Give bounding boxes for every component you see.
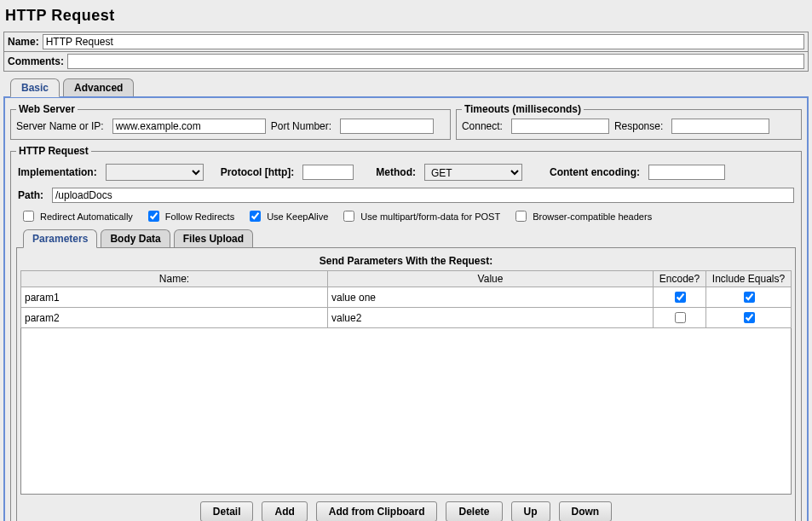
cell-encode[interactable] (654, 287, 706, 308)
check-follow-redirects[interactable]: Follow Redirects (145, 208, 234, 224)
col-equals: Include Equals? (706, 271, 792, 287)
check-keepalive-label: Use KeepAlive (267, 211, 328, 222)
timeouts-fieldset: Timeouts (milliseconds) Connect: Respons… (456, 103, 802, 140)
subtabstrip: Parameters Body Data Files Upload (16, 229, 796, 247)
name-label: Name: (8, 36, 39, 48)
check-multipart-box[interactable] (343, 211, 354, 222)
check-redirect-auto[interactable]: Redirect Automatically (20, 208, 133, 224)
col-value: Value (328, 271, 654, 287)
table-row[interactable]: param1 value one (21, 287, 792, 308)
check-follow-redirects-label: Follow Redirects (165, 211, 234, 222)
check-follow-redirects-box[interactable] (148, 211, 159, 222)
check-multipart-label: Use multipart/form-data for POST (360, 211, 500, 222)
name-row: Name: (3, 32, 809, 52)
server-name-input[interactable] (112, 119, 266, 134)
row-encode-box[interactable] (675, 292, 686, 303)
cell-value[interactable]: value one (328, 287, 654, 308)
params-caption: Send Parameters With the Request: (20, 252, 792, 270)
timeouts-legend: Timeouts (milliseconds) (462, 103, 584, 115)
name-input[interactable] (43, 34, 804, 49)
tab-basic[interactable]: Basic (10, 78, 60, 97)
add-button[interactable]: Add (262, 501, 307, 521)
delete-button[interactable]: Delete (446, 501, 502, 521)
page-title: HTTP Request (3, 3, 809, 32)
row-encode-box[interactable] (675, 312, 686, 323)
cell-value[interactable]: value2 (328, 308, 654, 328)
webserver-fieldset: Web Server Server Name or IP: Port Numbe… (10, 103, 451, 140)
path-input[interactable] (52, 188, 794, 203)
protocol-label: Protocol [http]: (221, 166, 295, 178)
check-browser-headers-label: Browser-compatible headers (533, 211, 652, 222)
cell-equals[interactable] (706, 287, 792, 308)
params-table[interactable]: Name: Value Encode? Include Equals? para… (20, 270, 792, 328)
params-panel: Send Parameters With the Request: Name: … (16, 247, 796, 521)
encoding-label: Content encoding: (550, 166, 640, 178)
add-from-clipboard-button[interactable]: Add from Clipboard (316, 501, 438, 521)
check-keepalive-box[interactable] (250, 211, 261, 222)
impl-label: Implementation: (18, 166, 97, 178)
tabcontent-basic: Web Server Server Name or IP: Port Numbe… (3, 96, 809, 521)
path-label: Path: (18, 189, 43, 201)
subtab-parameters[interactable]: Parameters (23, 229, 97, 248)
http-fieldset: HTTP Request Implementation: Protocol [h… (10, 145, 802, 521)
col-name: Name: (21, 271, 328, 287)
protocol-input[interactable] (302, 165, 354, 180)
timeout-response-input[interactable] (671, 119, 769, 134)
encoding-input[interactable] (648, 165, 725, 180)
check-redirect-auto-box[interactable] (23, 211, 34, 222)
check-browser-headers[interactable]: Browser-compatible headers (512, 208, 652, 224)
cell-name[interactable]: param1 (21, 287, 328, 308)
tab-advanced[interactable]: Advanced (63, 78, 134, 96)
method-label: Method: (376, 166, 416, 178)
table-row[interactable]: param2 value2 (21, 308, 792, 328)
check-redirect-auto-label: Redirect Automatically (40, 211, 133, 222)
http-legend: HTTP Request (16, 145, 91, 157)
check-multipart[interactable]: Use multipart/form-data for POST (340, 208, 500, 224)
up-button[interactable]: Up (511, 501, 550, 521)
detail-button[interactable]: Detail (200, 501, 254, 521)
comments-label: Comments: (8, 55, 64, 67)
down-button[interactable]: Down (559, 501, 613, 521)
comments-input[interactable] (67, 54, 804, 69)
webserver-legend: Web Server (16, 103, 78, 115)
comments-row: Comments: (3, 52, 809, 72)
impl-select[interactable] (106, 164, 204, 181)
row-equals-box[interactable] (744, 312, 755, 323)
row-equals-box[interactable] (744, 292, 755, 303)
cell-encode[interactable] (654, 308, 706, 328)
main-tabstrip: Basic Advanced (3, 78, 809, 96)
server-name-label: Server Name or IP: (16, 120, 104, 132)
server-port-input[interactable] (340, 119, 434, 134)
subtab-files-upload[interactable]: Files Upload (174, 229, 253, 247)
check-keepalive[interactable]: Use KeepAlive (246, 208, 328, 224)
table-empty-area[interactable] (20, 328, 792, 495)
param-buttons: Detail Add Add from Clipboard Delete Up … (20, 495, 792, 521)
timeout-connect-label: Connect: (462, 120, 503, 132)
server-port-label: Port Number: (271, 120, 331, 132)
timeout-connect-input[interactable] (511, 119, 609, 134)
method-select[interactable]: GET (424, 164, 522, 181)
cell-name[interactable]: param2 (21, 308, 328, 328)
col-encode: Encode? (654, 271, 706, 287)
check-browser-headers-box[interactable] (515, 211, 527, 222)
cell-equals[interactable] (706, 308, 792, 328)
subtab-body-data[interactable]: Body Data (101, 229, 170, 247)
timeout-response-label: Response: (614, 120, 663, 132)
